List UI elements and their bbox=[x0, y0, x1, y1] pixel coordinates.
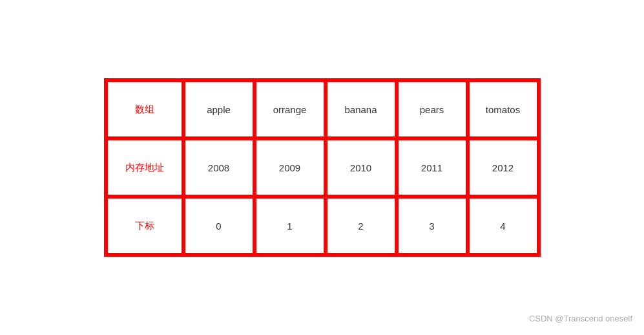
cell-data-2-3: 3 bbox=[397, 197, 468, 255]
cell-data-1-0: 2008 bbox=[183, 138, 254, 197]
cell-data-2-4: 4 bbox=[468, 197, 539, 255]
cell-data-0-3: pears bbox=[397, 80, 468, 138]
cell-data-2-1: 1 bbox=[254, 197, 326, 255]
table-container: 数组 apple orrange banana pears tomatos 内存… bbox=[104, 78, 541, 257]
table-row-0: 数组 apple orrange banana pears tomatos bbox=[106, 80, 539, 138]
cell-label-0: 数组 bbox=[106, 80, 183, 138]
cell-data-0-1: orrange bbox=[254, 80, 326, 138]
cell-data-1-4: 2012 bbox=[468, 138, 539, 197]
cell-data-2-2: 2 bbox=[326, 197, 397, 255]
cell-data-1-2: 2010 bbox=[326, 138, 397, 197]
table-row-2: 下标 0 1 2 3 4 bbox=[106, 197, 539, 255]
table-row-1: 内存地址 2008 2009 2010 2011 2012 bbox=[106, 138, 539, 197]
cell-label-1: 内存地址 bbox=[106, 138, 183, 197]
watermark: CSDN @Transcend oneself bbox=[529, 314, 632, 323]
cell-data-1-3: 2011 bbox=[397, 138, 468, 197]
cell-data-0-4: tomatos bbox=[468, 80, 539, 138]
cell-data-0-0: apple bbox=[183, 80, 254, 138]
cell-data-2-0: 0 bbox=[183, 197, 254, 255]
cell-data-1-1: 2009 bbox=[254, 138, 326, 197]
cell-data-0-2: banana bbox=[326, 80, 397, 138]
cell-label-2: 下标 bbox=[106, 197, 183, 255]
